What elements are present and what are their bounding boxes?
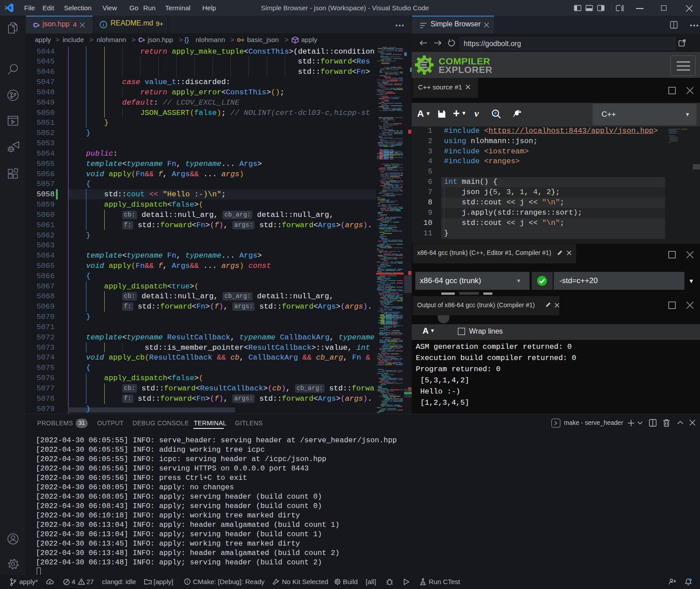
svg-text:C: C: [138, 36, 143, 43]
